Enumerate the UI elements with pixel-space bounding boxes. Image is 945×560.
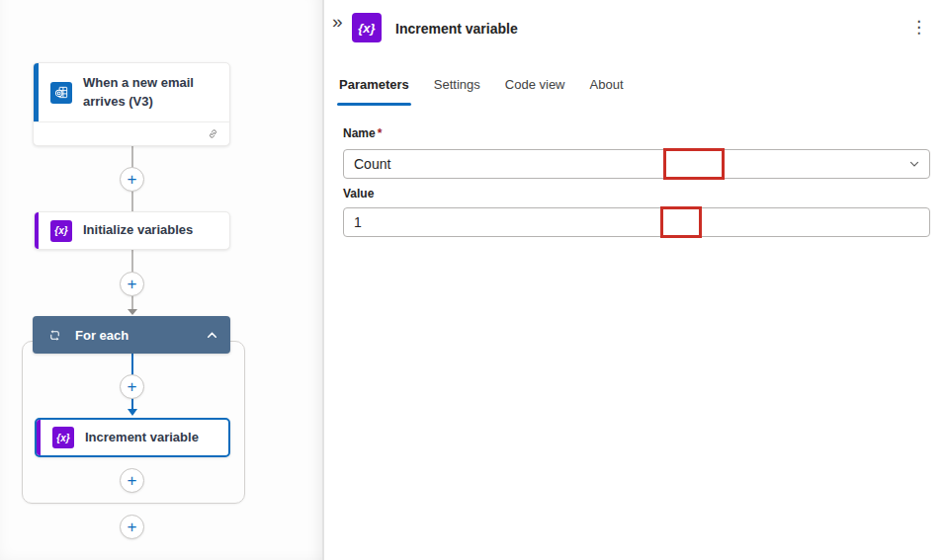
trigger-title: When a new email arrives (V3) xyxy=(83,74,219,112)
value-input[interactable] xyxy=(344,208,929,236)
plus-icon: + xyxy=(128,171,137,188)
add-action-button[interactable]: + xyxy=(120,374,144,399)
chevron-down-icon[interactable] xyxy=(900,158,929,170)
name-input[interactable] xyxy=(344,150,900,178)
tab-about[interactable]: About xyxy=(589,69,625,106)
panel-title: Increment variable xyxy=(395,21,518,37)
arrow-down-icon xyxy=(128,309,137,315)
action-details-panel: » {x} Increment variable ⋮ Parameters Se… xyxy=(324,0,945,560)
add-action-button[interactable]: + xyxy=(120,515,144,539)
tab-parameters[interactable]: Parameters xyxy=(338,69,410,106)
more-options-icon[interactable]: ⋮ xyxy=(906,17,931,38)
scope-node-for-each[interactable]: For each xyxy=(33,316,230,354)
action-node-increment-variable[interactable]: {x} Increment variable xyxy=(35,418,230,457)
variable-icon: {x} xyxy=(352,13,382,42)
tab-settings[interactable]: Settings xyxy=(433,69,481,106)
action-title: Initialize variables xyxy=(83,221,193,240)
name-combobox[interactable] xyxy=(343,149,930,179)
value-field-label: Value xyxy=(343,187,374,200)
add-action-button[interactable]: + xyxy=(120,468,144,493)
action-title: Increment variable xyxy=(85,429,199,447)
action-node-initialize-variables[interactable]: {x} Initialize variables xyxy=(34,211,230,250)
add-action-button[interactable]: + xyxy=(120,272,144,296)
required-asterisk: * xyxy=(378,126,383,140)
power-automate-designer: When a new email arrives (V3) + xyxy=(0,0,945,560)
collapse-panel-icon[interactable]: » xyxy=(332,12,343,31)
panel-tabs: Parameters Settings Code view About xyxy=(338,69,625,106)
variable-icon: {x} xyxy=(50,220,72,242)
chevron-up-icon[interactable] xyxy=(206,329,218,342)
plus-icon: + xyxy=(128,378,137,395)
connection-link-icon[interactable] xyxy=(207,127,219,140)
tab-code-view[interactable]: Code view xyxy=(504,69,566,106)
value-field[interactable] xyxy=(343,207,930,237)
outlook-icon xyxy=(50,82,72,104)
loop-icon xyxy=(48,329,61,342)
plus-icon: + xyxy=(128,276,137,292)
trigger-node-when-new-email-arrives[interactable]: When a new email arrives (V3) xyxy=(33,62,230,146)
name-field-label: Name* xyxy=(343,126,382,140)
add-action-button[interactable]: + xyxy=(120,167,144,192)
trigger-footer xyxy=(34,121,229,145)
flow-canvas[interactable]: When a new email arrives (V3) + xyxy=(0,0,322,560)
plus-icon: + xyxy=(128,519,137,535)
variable-icon: {x} xyxy=(52,427,74,448)
scope-title: For each xyxy=(75,328,192,343)
plus-icon: + xyxy=(128,472,137,489)
